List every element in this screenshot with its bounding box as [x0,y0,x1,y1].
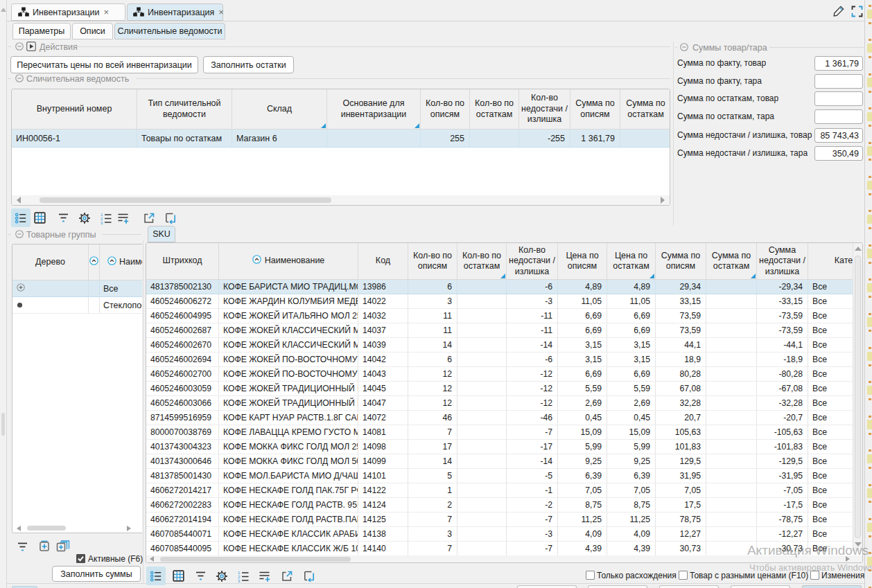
sku-row[interactable]: 4605246006272КОФЕ ЖАРДИН КОЛУМБИЯ МЕДЕЛ1… [146,294,863,309]
comparison-sheet-header-cell[interactable]: Внутренний номер [12,89,137,129]
run-actions-icon[interactable] [26,42,36,51]
comparison-sheet-row[interactable]: ИН00056-1Товары по остаткамМагазин 6255-… [12,130,670,148]
scroll-right-icon[interactable] [661,197,665,204]
comparison-sheet-header-cell[interactable]: Основание для инвентаризации [327,89,421,129]
comparison-sheet-header-cell[interactable]: Сумма по остаткам [620,89,670,129]
scroll-up-icon[interactable] [855,247,862,251]
sku-header-cell[interactable]: Цена по остаткам [607,243,656,279]
tab-comparison-sheets[interactable]: Сличительные ведомости [114,23,225,39]
sku-row[interactable]: 4606272014194КОФЕ НЕСКАФЕ ГОЛД РАСТВ.ПАК… [146,513,863,527]
collapsed-left-panel[interactable] [0,0,7,588]
collapse-group-icon[interactable] [15,74,24,82]
hscrollbar-thumb[interactable] [160,557,351,562]
active-checkbox-label[interactable]: Активные (F6) [88,554,143,564]
sku-row[interactable]: 4605246002687КОФЕ ЖОКЕЙ КЛАССИЧЕСКИЙ МО1… [146,323,863,338]
comparison-sheet-hscrollbar[interactable] [12,195,670,205]
sku-row[interactable]: 4607085440071КОФЕ НЕСКАФЕ КЛАССИК АРАБИК… [146,527,863,542]
cut-button[interactable] [517,585,577,588]
comparison-sheet-header-cell[interactable]: Склад [232,89,327,129]
sku-row[interactable]: 4605246003059КОФЕ ЖОКЕЙ ТРАДИЦИОННЫЙ МО1… [146,382,863,396]
scroll-right-icon[interactable] [127,526,131,531]
scroll-left-icon[interactable] [17,197,21,204]
sku-row[interactable]: 4605246003066КОФЕ ЖОКЕЙ ТРАДИЦИОННЫЙ МО1… [146,396,863,411]
sku-header-cell[interactable]: Сумма по описям [656,243,706,279]
sum-field-value[interactable] [814,109,863,124]
sku-row[interactable]: 4013743004323КОФЕ МОККА ФИКС ГОЛД МОЛ 25… [146,440,863,454]
sku-row[interactable]: 4605246004995КОФЕ ЖОКЕЙ ИТАЛЬЯНО МОЛ 250… [146,309,863,323]
tree-header-sort[interactable] [89,244,100,280]
sku-header-cell[interactable]: Наименование [219,243,358,279]
sum-field-value[interactable]: 85 743,43 [814,128,863,143]
sku-row[interactable]: 4606272014217КОФЕ НЕСКАФЕ ГОЛД ПАК.75Г Р… [146,483,863,498]
close-icon[interactable]: × [104,7,110,17]
sku-toolbar-grid-icon[interactable] [168,567,188,585]
sku-row[interactable]: 8714599516959КОФЕ КАРТ НУАР РАСТВ.1.8Г C… [146,411,863,425]
table-toolbar-grid-icon[interactable] [30,208,49,227]
sku-row[interactable]: 8000070038769КОФЕ ЛАВАЦЦА КРЕМО ГУСТО МО… [146,425,863,440]
table-toolbar-list-icon[interactable] [11,208,30,227]
hscrollbar-thumb[interactable] [40,197,331,203]
comparison-sheet-header-cell[interactable]: Сумма по описям [570,89,620,129]
sku-toolbar-gear-icon[interactable] [212,567,232,585]
bottom-checkbox[interactable] [586,571,595,580]
tab-parameters[interactable]: Параметры [12,23,71,39]
cut-button[interactable] [802,585,862,588]
scroll-left-icon[interactable] [17,526,21,531]
dot-icon[interactable] [17,301,23,310]
plus-circle-icon[interactable] [17,283,25,294]
sku-header-cell[interactable]: Кол-во по описям [408,243,457,279]
sku-header-cell[interactable]: Кол-во недостачи / излишка [507,243,558,279]
bottom-checkbox[interactable] [679,571,688,580]
sku-toolbar-export-icon[interactable] [277,567,297,585]
tree-hscrollbar[interactable] [12,524,142,533]
cut-button[interactable] [731,585,790,588]
tab-inventories-lists[interactable]: Описи [72,23,113,39]
panel-splitter-vertical[interactable] [143,240,143,584]
sum-field-value[interactable]: 1 361,79 [814,56,863,71]
right-annotation-strip[interactable] [864,0,872,588]
tree-row[interactable]: Все [12,280,142,297]
sku-toolbar-list-add-icon[interactable] [255,567,274,585]
tree-header-tree[interactable]: Дерево [12,244,89,280]
sku-header-cell[interactable]: Сумма по остаткам [706,243,757,279]
window-tab-inventory[interactable]: Инвентаризация × [127,3,223,21]
tree-toolbar-add-box-multi-icon[interactable] [55,538,71,555]
collapse-group-icon[interactable] [680,43,688,51]
pencil-icon[interactable] [832,4,846,18]
sku-toolbar-refresh-icon[interactable] [299,567,319,585]
fill-sums-button[interactable]: Заполнить суммы [52,566,141,582]
sku-row[interactable]: 4605246002670КОФЕ ЖОКЕЙ КЛАССИЧЕСКИЙ МО1… [146,338,863,353]
table-toolbar-filter-icon[interactable] [53,208,73,227]
fill-remainders-button[interactable]: Заполнить остатки [203,56,294,73]
sum-field-value[interactable]: 350,49 [814,146,863,161]
comparison-sheet-header-cell[interactable]: Кол-во по остаткам [470,89,519,129]
tab-sku[interactable]: SKU [148,226,175,242]
sku-toolbar-filter-icon[interactable] [191,567,210,585]
sku-row[interactable]: 4605246002694КОФЕ ЖОКЕЙ ПО-ВОСТОЧНОМУ М1… [146,353,863,367]
sku-row[interactable]: 4813785001430КОФЕ МОЛ.БАРИСТА МИО Д/ЧАШК… [146,469,863,483]
collapse-group-icon[interactable] [15,230,24,238]
table-toolbar-gear-icon[interactable] [75,208,94,227]
bottom-checkbox-label[interactable]: Только расхождения [597,571,677,580]
sku-vscrollbar[interactable] [853,243,862,551]
sku-toolbar-numbered-list-icon[interactable]: 123 [234,567,253,585]
expand-icon[interactable] [851,5,864,18]
sku-row[interactable]: 4813785002130КОФЕ БАРИСТА МИО ТРАДИЦ.МОЛ… [146,280,863,294]
sku-header-cell[interactable]: Штрихкод [146,243,219,279]
sum-field-value[interactable] [814,91,863,106]
sum-field-value[interactable] [814,74,863,89]
sku-toolbar-list-icon[interactable] [146,567,166,585]
recalc-prices-button[interactable]: Пересчитать цены по всей инвентаризации [10,56,198,73]
scroll-left-icon[interactable] [150,556,154,562]
window-tab-inventories[interactable]: Инвентаризации × [11,3,125,21]
cut-button[interactable] [659,585,719,588]
sku-header-cell[interactable]: Код [358,243,408,279]
sku-row[interactable]: 4013743000646КОФЕ МОККА ФИКС ГОЛД МОЛ 50… [146,454,863,469]
sku-row[interactable]: 4605246002700КОФЕ ЖОКЕЙ ПО-ВОСТОЧНОМУ М1… [146,367,863,382]
tree-toolbar-filter-icon[interactable] [14,538,30,555]
sku-header-cell[interactable]: Сумма недостачи / излишка [757,243,808,279]
left-scrollbar-thumb[interactable] [1,413,5,436]
tree-row[interactable]: Стеклопосуда [12,297,142,314]
tree-header-name[interactable]: Наименование [100,244,142,280]
tree-toolbar-add-box-icon[interactable] [36,538,53,555]
